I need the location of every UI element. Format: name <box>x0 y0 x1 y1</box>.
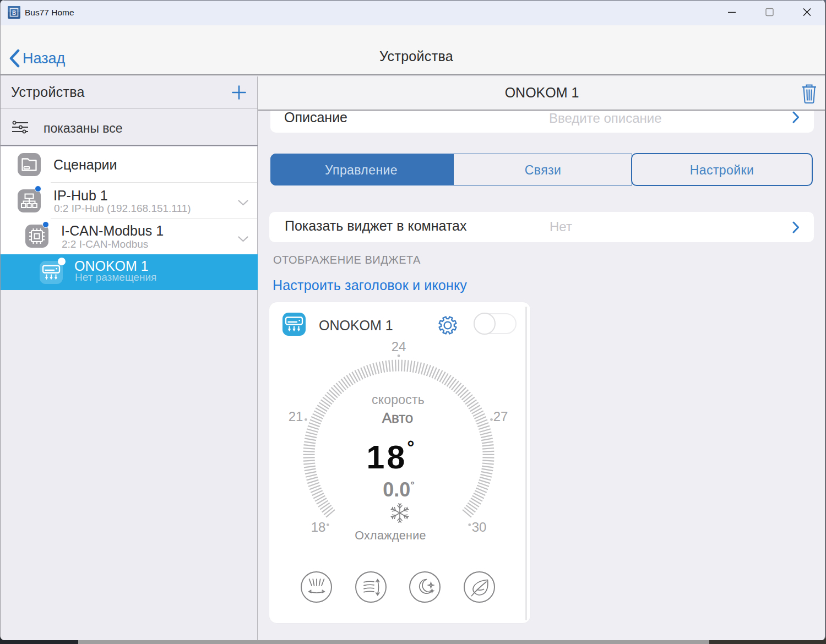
svg-text:B: B <box>12 10 16 16</box>
